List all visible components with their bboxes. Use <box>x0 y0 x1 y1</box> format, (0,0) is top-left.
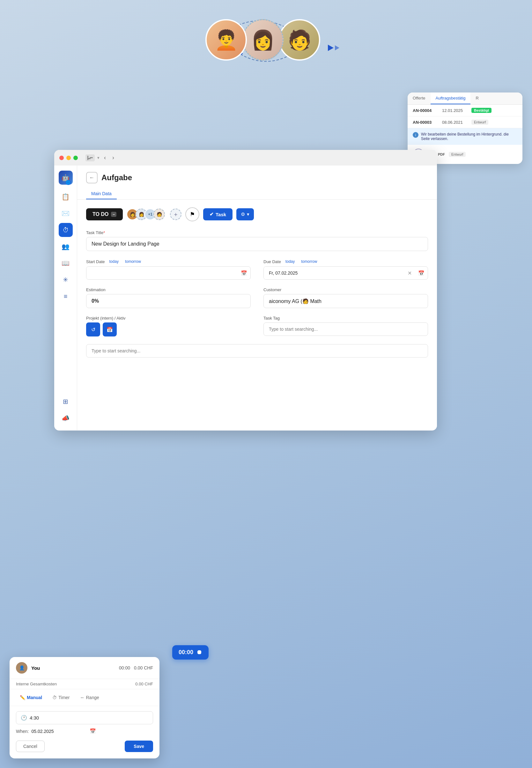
task-title-section: Task Title* <box>86 230 428 251</box>
tab-offerte[interactable]: Offerte <box>408 92 431 104</box>
minimize-dot[interactable] <box>66 156 71 160</box>
range-icon: ↔ <box>80 695 85 700</box>
offerte-id-1: AN-00004 <box>413 108 438 113</box>
project-controls: ↺ 📅 <box>86 322 251 336</box>
due-date-field: Due Date today tomorrow ✕ 📅 <box>263 259 428 280</box>
flag-button[interactable]: ⚑ <box>185 207 199 221</box>
search-input[interactable] <box>86 344 428 358</box>
task-toolbar: TO DO – 👩 👩 +1 🧑 ＋ ⚑ ✔ <box>86 207 428 221</box>
estimation-customer-row: Estimation Customer <box>86 287 428 308</box>
offerte-info: i Wir bearbeiten deine Bestellung im Hin… <box>408 128 522 145</box>
start-date-label: Start Date <box>86 259 105 264</box>
start-today-button[interactable]: today <box>107 259 121 264</box>
breadcrumb-sep: ▾ <box>97 155 100 160</box>
back-nav-button[interactable]: ‹ <box>102 154 108 162</box>
timer-active-display: 00:00 ⏺ <box>172 645 209 660</box>
app-logo[interactable]: 🤖 🌐 <box>59 171 73 185</box>
due-today-button[interactable]: today <box>284 259 297 264</box>
timer-actions: Cancel Save <box>16 739 153 753</box>
sidebar-item-timer[interactable]: ⏱ <box>59 223 73 237</box>
offerte-id-2: AN-00003 <box>413 120 438 125</box>
book-icon: 📖 <box>62 259 70 267</box>
add-assignee-button[interactable]: ＋ <box>170 209 181 220</box>
save-button[interactable]: Save <box>125 741 153 752</box>
start-tomorrow-button[interactable]: tomorrow <box>123 259 143 264</box>
estimation-label: Estimation <box>86 287 251 292</box>
timer-body: 🕐 When: 📅 Cancel Save <box>10 706 159 758</box>
back-button[interactable]: ← <box>86 172 98 183</box>
sidebar-toggle-button[interactable] <box>85 154 95 161</box>
offerte-row-2: AN-00003 08.06.2021 Entwurf <box>408 116 522 128</box>
tab-main-data[interactable]: Main Data <box>86 188 117 199</box>
timer-chf-display: 0.00 CHF <box>134 665 153 670</box>
timer-popup: 👤 You 00:00 0.00 CHF Interne Gesamtkoste… <box>10 657 159 758</box>
sidebar-item-mail[interactable]: ✉️ <box>59 206 73 220</box>
sidebar-item-list[interactable]: ≡ <box>59 289 73 303</box>
task-tag-input[interactable] <box>263 322 428 336</box>
due-tomorrow-button[interactable]: tomorrow <box>299 259 319 264</box>
users-icon: 👥 <box>62 243 70 250</box>
sidebar-item-grid[interactable]: ⊞ <box>59 395 73 409</box>
close-dot[interactable] <box>59 156 64 160</box>
offerte-row-1: AN-00004 12.01.2025 Bestätigt <box>408 105 522 116</box>
when-calendar-icon[interactable]: 📅 <box>90 728 96 734</box>
timer-tab-range[interactable]: ↔ Range <box>76 693 103 702</box>
tab-r[interactable]: R <box>470 92 484 104</box>
timer-time-input-wrap: 🕐 <box>16 711 153 724</box>
project-tag-row: Projekt (intern) / Aktiv ↺ 📅 Task Tag <box>86 316 428 336</box>
estimation-input[interactable] <box>86 294 251 308</box>
forward-nav-button[interactable]: › <box>110 154 116 162</box>
timer-tabs: ✏️ Manual ⏱ Timer ↔ Range <box>10 689 159 706</box>
sidebar-item-users[interactable]: 👥 <box>59 240 73 254</box>
app-body: 🤖 🌐 📋 ✉️ ⏱ 👥 📖 ✳ ≡ <box>54 166 437 430</box>
timer-tab-manual[interactable]: ✏️ Manual <box>16 693 46 702</box>
due-date-input[interactable] <box>264 267 404 279</box>
timer-user-name: You <box>31 665 115 671</box>
timer-tab-timer[interactable]: ⏱ Timer <box>48 693 73 702</box>
timer-tab-label: Timer <box>58 695 70 700</box>
timer-time-input[interactable] <box>30 715 148 720</box>
task-button[interactable]: ✔ Task <box>203 208 233 220</box>
maximize-dot[interactable] <box>73 156 78 160</box>
main-content: ← Aufgabe Main Data TO DO – 👩 👩 <box>77 166 437 430</box>
start-date-calendar-icon[interactable]: 📅 <box>238 270 250 276</box>
start-date-input[interactable] <box>86 267 238 279</box>
sidebar-item-network[interactable]: ✳ <box>59 273 73 287</box>
todo-label: TO DO <box>92 211 108 217</box>
task-button-label: Task <box>216 212 226 217</box>
timer-cost-value: 0.00 CHF <box>135 682 153 686</box>
timer-cost-label: Interne Gesamtkosten <box>16 682 57 686</box>
avatar-1: 🧑‍🦱 <box>205 19 247 61</box>
cancel-button[interactable]: Cancel <box>16 741 45 752</box>
range-label: Range <box>86 695 99 700</box>
clock-icon: 🕐 <box>21 715 27 721</box>
sidebar-item-clipboard[interactable]: 📋 <box>59 190 73 204</box>
project-refresh-button[interactable]: ↺ <box>86 322 100 336</box>
sidebar: 🤖 🌐 📋 ✉️ ⏱ 👥 📖 ✳ ≡ <box>54 166 77 430</box>
offerte-info-text: Wir bearbeiten deine Bestellung im Hinte… <box>421 132 517 141</box>
project-calendar-button[interactable]: 📅 <box>103 322 117 336</box>
network-icon: ✳ <box>63 276 68 284</box>
customer-input[interactable] <box>263 294 428 308</box>
status-badge-confirmed: Bestätigt <box>471 108 491 113</box>
titlebar-controls: ▾ ‹ › <box>85 154 116 162</box>
settings-button[interactable]: ⚙ ▾ <box>236 208 254 220</box>
timer-tab-icon: ⏱ <box>52 695 57 700</box>
timer-time-display: 00:00 <box>119 665 130 670</box>
due-date-calendar-icon[interactable]: 📅 <box>415 270 428 276</box>
due-date-clear-icon[interactable]: ✕ <box>404 270 415 276</box>
avatar-section: 🧑‍🦱 👩 🧑 <box>212 19 320 61</box>
forward-arrows <box>328 45 339 51</box>
when-date-input[interactable] <box>31 729 87 734</box>
customer-label: Customer <box>263 287 428 292</box>
task-title-input[interactable] <box>86 237 428 251</box>
start-date-field: Start Date today tomorrow 📅 <box>86 259 251 280</box>
back-arrow-icon: ← <box>89 175 94 181</box>
sidebar-item-book[interactable]: 📖 <box>59 256 73 270</box>
grid-icon: ⊞ <box>63 398 68 405</box>
required-indicator: * <box>103 230 105 235</box>
tab-auftragsbestatigung[interactable]: Auftragsbestätig <box>431 92 471 104</box>
project-field: Projekt (intern) / Aktiv ↺ 📅 <box>86 316 251 336</box>
todo-status-badge[interactable]: TO DO – <box>86 208 123 220</box>
sidebar-item-megaphone[interactable]: 📣 <box>59 411 73 425</box>
